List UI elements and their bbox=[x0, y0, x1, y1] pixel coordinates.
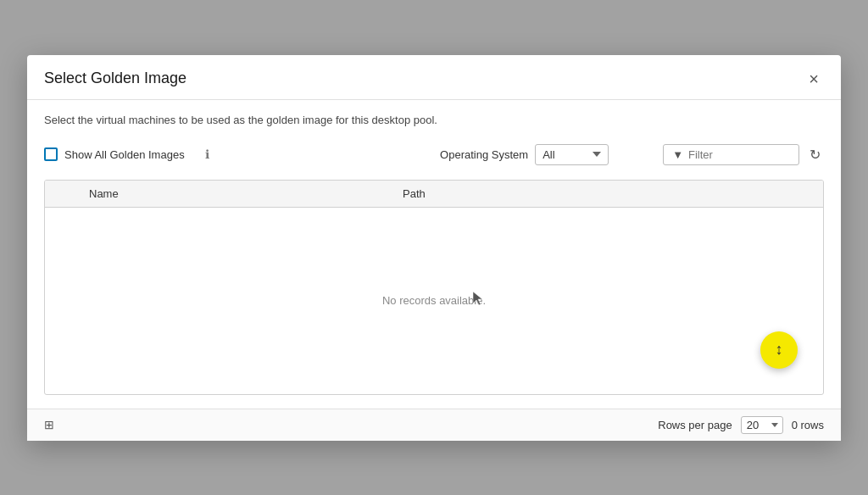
os-label: Operating System bbox=[440, 148, 528, 161]
refresh-button[interactable]: ↻ bbox=[806, 143, 824, 166]
rows-per-page-label: Rows per page bbox=[658, 419, 732, 431]
dialog-title: Select Golden Image bbox=[44, 70, 186, 87]
row-count: 0 rows bbox=[792, 419, 824, 431]
toolbar: Show All Golden Images ℹ Operating Syste… bbox=[44, 143, 824, 166]
show-all-checkbox-label[interactable]: Show All Golden Images bbox=[44, 147, 185, 161]
show-all-label: Show All Golden Images bbox=[64, 148, 185, 161]
data-table: Name Path bbox=[45, 181, 823, 208]
fab-button[interactable]: ↕ bbox=[760, 331, 798, 369]
table-header-row: Name Path bbox=[45, 181, 823, 208]
rows-per-page-select[interactable]: 10 20 50 100 bbox=[741, 416, 783, 434]
dialog-header: Select Golden Image × bbox=[27, 55, 841, 100]
dialog-footer: ⊞ Rows per page 10 20 50 100 0 rows bbox=[27, 409, 841, 441]
col-path: Path bbox=[392, 181, 823, 208]
dialog-description: Select the virtual machines to be used a… bbox=[44, 114, 824, 126]
filter-area: ▼ ↻ bbox=[663, 143, 824, 166]
table-body-content: No records available. ↕ bbox=[45, 208, 823, 394]
select-golden-image-dialog: Select Golden Image × Select the virtual… bbox=[27, 55, 841, 441]
no-records-message: No records available. bbox=[45, 243, 823, 358]
dialog-body: Select the virtual machines to be used a… bbox=[27, 100, 841, 409]
footer-left: ⊞ bbox=[44, 418, 54, 431]
os-filter: Operating System All Windows Linux bbox=[440, 144, 609, 165]
col-select bbox=[45, 181, 79, 208]
filter-input-wrap: ▼ bbox=[663, 144, 799, 165]
col-name: Name bbox=[79, 181, 392, 208]
table-head: Name Path bbox=[45, 181, 823, 208]
table-container: Name Path No records available. ↕ bbox=[44, 180, 824, 395]
column-toggle-icon[interactable]: ⊞ bbox=[44, 418, 54, 431]
filter-icon: ▼ bbox=[672, 148, 683, 161]
fab-icon: ↕ bbox=[776, 341, 783, 359]
info-icon[interactable]: ℹ bbox=[205, 147, 209, 161]
show-all-checkbox[interactable] bbox=[44, 147, 58, 161]
os-select[interactable]: All Windows Linux bbox=[535, 144, 609, 165]
filter-input[interactable] bbox=[688, 148, 790, 161]
close-button[interactable]: × bbox=[804, 69, 824, 89]
footer-right: Rows per page 10 20 50 100 0 rows bbox=[658, 416, 824, 434]
dialog-overlay: Select Golden Image × Select the virtual… bbox=[0, 0, 868, 495]
